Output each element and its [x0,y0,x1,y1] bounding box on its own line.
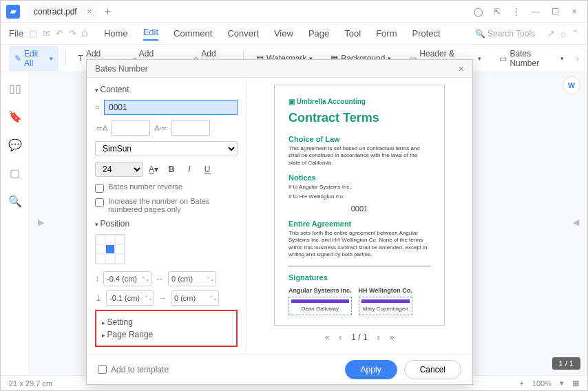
preview-h2: Notices [288,173,430,182]
prefix-input[interactable] [112,120,150,136]
pager-last[interactable]: » [390,332,395,342]
x2-offset-icon: ↔ [156,274,164,284]
document-tab[interactable]: contract.pdf × [27,3,98,21]
close-window-button[interactable]: × [567,7,582,17]
bookmarks-icon[interactable]: 🔖 [8,110,22,123]
y-offset-icon: ⤓ [95,293,102,303]
ribbon-scroll-right[interactable]: › [576,54,579,63]
menu-protect[interactable]: Protect [412,28,440,39]
setting-section-header[interactable]: Setting [102,317,231,327]
prev-page-arrow[interactable]: ▶ [38,218,44,227]
bold-button[interactable]: B [165,165,178,174]
expand-icon[interactable]: ⌃ [571,28,579,39]
maximize-button[interactable]: ☐ [547,7,563,17]
apply-button[interactable]: Apply [345,360,397,379]
increase-label: Increase the number on Bates numbered pa… [108,197,238,213]
preview-h3: Entire Agreement [288,220,430,228]
signature1: Dean Galloway [288,297,352,315]
search-panel-icon[interactable]: 🔍 [8,195,22,208]
preview-bates: 0001 [288,204,430,213]
suffix-input[interactable] [171,120,210,136]
font-select[interactable]: SimSun [95,141,238,156]
increase-checkbox[interactable] [95,198,104,207]
quick-open-icon[interactable]: ▢ [29,28,37,39]
party2-name: HH Wellington Co. [359,287,412,294]
minimize-button[interactable]: — [528,7,543,17]
preview-h1: Choice of Law [288,135,430,143]
menu-comment[interactable]: Comment [174,28,212,39]
share-icon[interactable]: ⇱ [490,7,505,17]
cloud-icon[interactable]: ◯ [470,7,485,17]
comments-icon[interactable]: 💬 [8,138,22,151]
content-section-header[interactable]: Content [95,85,238,94]
reverse-label: Bates number reverse [108,182,182,191]
menu-tool[interactable]: Tool [344,28,361,39]
reverse-checkbox[interactable] [95,184,104,193]
menu-edit[interactable]: Edit [143,27,158,41]
preview-p1: This agreement is set based on contractu… [288,145,430,167]
menu-view[interactable]: View [274,28,293,39]
menu-icon[interactable]: ⋮ [509,7,524,17]
tab-title: contract.pdf [34,7,77,17]
undo-icon[interactable]: ↶ [56,28,63,39]
preview-p3: This sets forth the entire agreement bet… [288,230,430,259]
cloud2-icon[interactable]: ⌂ [560,28,566,39]
edit-all-button[interactable]: ✎ Edit All ▾ [9,46,59,71]
italic-button[interactable]: I [183,165,196,174]
pager-first[interactable]: « [325,332,330,342]
suffix-icon: A≔ [154,124,167,133]
export-icon[interactable]: ↗ [547,28,555,39]
prefix-icon: ≔A [95,124,107,133]
preview-h4: Signatures [288,273,430,282]
y2-offset-icon: → [158,293,167,303]
print-icon[interactable]: ⎙ [82,28,87,39]
app-icon: ▰ [6,5,20,19]
font-size-select[interactable]: 24 [95,162,143,177]
new-tab-button[interactable]: + [105,6,111,18]
zoom-level: 100% [532,379,552,388]
word-convert-icon[interactable]: W [563,76,580,94]
add-template-checkbox[interactable] [98,365,107,374]
x-offset-icon: ↕ [95,274,99,284]
bates-number-button[interactable]: ▭ Bates Number ▾ [494,46,569,71]
page-indicator: 1 / 1 [552,357,580,370]
number-icon: ⌗ [95,103,100,112]
bates-number-input[interactable] [104,100,238,115]
font-color-button[interactable]: A▾ [147,165,160,174]
underline-button[interactable]: U [201,165,213,174]
menu-form[interactable]: Form [376,28,397,39]
preview-panel: ▣ Umbrella Accounting Contract Terms Cho… [274,85,445,326]
cancel-button[interactable]: Cancel [404,360,461,379]
bates-number-dialog: Bates Number × Content ⌗ ≔A A≔ SimSun 24… [86,59,473,385]
menu-convert[interactable]: Convert [227,28,259,39]
y2-offset-input[interactable]: 0 (cm) [171,290,219,306]
zoom-dropdown[interactable]: ▾ [560,379,564,388]
position-section-header[interactable]: Position [95,219,238,229]
fit-page-icon[interactable]: ▦ [572,379,579,388]
preview-p2b: If to HH Wellington Co. [288,193,430,200]
thumbnails-icon[interactable]: ▯▯ [9,82,21,95]
file-menu[interactable]: File [9,28,23,39]
pager-next[interactable]: › [377,332,380,342]
party1-name: Angular Systems Inc. [288,287,352,294]
quick-mail-icon[interactable]: ✉ [43,28,50,39]
preview-p2a: If to Angular Systems Inc. [288,184,430,191]
search-tools[interactable]: 🔍 Search Tools [475,29,536,39]
menu-home[interactable]: Home [104,28,128,39]
pager-prev[interactable]: ‹ [339,332,342,342]
close-tab-icon[interactable]: × [87,6,92,17]
redo-icon[interactable]: ↷ [69,28,76,39]
preview-brand: ▣ Umbrella Accounting [288,98,430,105]
page-range-section-header[interactable]: Page Range [102,330,231,339]
add-template-label: Add to template [111,365,169,374]
y-offset-input[interactable]: -0.1 (cm) [106,290,154,306]
position-grid[interactable] [95,234,125,264]
x2-offset-input[interactable]: 0 (cm) [168,271,216,286]
preview-title: Contract Terms [288,111,430,125]
dialog-close-button[interactable]: × [459,63,464,74]
next-page-arrow[interactable]: ◀ [573,218,579,227]
menu-page[interactable]: Page [308,28,329,39]
x-offset-input[interactable]: -0.4 (cm) [103,271,151,286]
attachments-icon[interactable]: ▢ [10,167,20,180]
zoom-out-button[interactable]: + [519,379,523,388]
